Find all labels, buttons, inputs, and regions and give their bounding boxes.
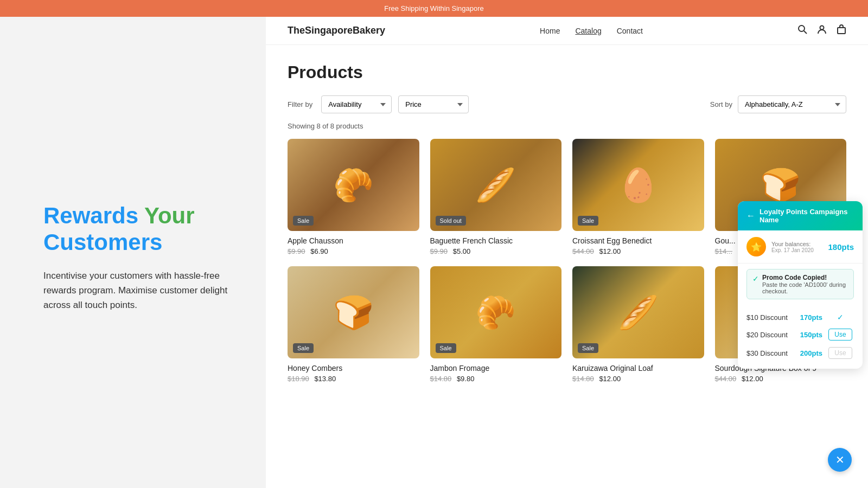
- honey-badge: Sale: [293, 343, 314, 353]
- jambon-price: $14.80 $9.80: [430, 375, 562, 383]
- product-honey[interactable]: 🍞 Sale Honey Combers $18.90 $13.80: [288, 266, 419, 383]
- discount-10-name: $10 Discount: [746, 313, 800, 322]
- cart-icon[interactable]: [837, 24, 846, 37]
- gou-original-price: $14...: [715, 247, 733, 255]
- product-image-croissant: 🥚 Sale: [572, 139, 704, 231]
- promo-text: Promo Code Copied! Paste the code 'AD100…: [762, 274, 848, 294]
- heading-rewards: Rewards: [43, 203, 144, 228]
- balance-info: Your balances: Exp. 17 Jan 2020: [771, 241, 822, 253]
- apple-original-price: $9.90: [288, 247, 305, 255]
- product-image-apple: 🥐 Sale: [288, 139, 419, 231]
- availability-filter[interactable]: Availability: [321, 95, 392, 113]
- jambon-name: Jambon Fromage: [430, 364, 562, 373]
- filter-left: Filter by Availability Price: [288, 95, 469, 113]
- discount-row-30: $30 Discount 200pts Use: [746, 344, 854, 362]
- loyalty-widget: ← Loyalty Points Campaigns Name ⭐ Your b…: [738, 201, 863, 369]
- svg-line-1: [804, 31, 807, 34]
- check-icon-10: ✓: [837, 313, 844, 322]
- promo-title: Promo Code Copied!: [762, 274, 848, 281]
- filter-label: Filter by: [288, 100, 312, 108]
- discount-20-action: Use: [827, 329, 854, 341]
- showing-text: Showing 8 of 8 products: [288, 122, 846, 130]
- honey-original-price: $18.90: [288, 375, 309, 383]
- baguette-sale-price: $5.00: [453, 247, 471, 255]
- discount-30-action: Use: [827, 347, 854, 359]
- left-sidebar: Rewards Your Customers Incentivise your …: [0, 17, 266, 488]
- product-apple-chausson[interactable]: 🥐 Sale Apple Chausson $9.90 $6.90: [288, 139, 419, 255]
- kara-price: $14.80 $12.00: [572, 375, 704, 383]
- search-icon[interactable]: [797, 24, 807, 37]
- jambon-original-price: $14.80: [430, 375, 452, 383]
- croissant-badge: Sale: [578, 216, 598, 226]
- svg-point-2: [820, 26, 824, 30]
- apple-badge: Sale: [293, 216, 314, 226]
- sort-right: Sort by Alphabetically, A-Z: [710, 95, 846, 113]
- nav-links: Home Catalog Contact: [540, 27, 643, 35]
- account-icon[interactable]: [817, 24, 827, 37]
- use-button-20[interactable]: Use: [828, 329, 852, 341]
- honey-sale-price: $13.80: [314, 375, 336, 383]
- apple-price: $9.90 $6.90: [288, 247, 419, 255]
- sidebar-description: Incentivise your customers with hassle-f…: [43, 268, 233, 313]
- float-close-button[interactable]: ✕: [828, 448, 852, 472]
- product-croissant[interactable]: 🥚 Sale Croissant Egg Benedict $44.00 $12…: [572, 139, 704, 255]
- loyalty-header: ← Loyalty Points Campaigns Name: [738, 201, 863, 230]
- product-image-jambon: 🥐 Sale: [430, 266, 562, 358]
- baguette-badge: Sold out: [436, 216, 466, 226]
- nav-home[interactable]: Home: [540, 27, 560, 35]
- product-image-kara: 🥖 Sale: [572, 266, 704, 358]
- announcement-text: Free Shipping Within Singapore: [384, 4, 484, 12]
- kara-original-price: $14.80: [572, 375, 594, 383]
- discount-list: $10 Discount 170pts ✓ $20 Discount 150pt…: [738, 305, 863, 369]
- sort-label: Sort by: [710, 100, 732, 108]
- price-filter[interactable]: Price: [398, 95, 469, 113]
- heading-your: Your: [144, 203, 195, 228]
- discount-30-pts: 200pts: [800, 349, 822, 357]
- product-jambon[interactable]: 🥐 Sale Jambon Fromage $14.80 $9.80: [430, 266, 562, 383]
- baguette-price: $9.90 $5.00: [430, 247, 562, 255]
- navbar: TheSingaporeBakery Home Catalog Contact: [266, 17, 868, 45]
- kara-badge: Sale: [578, 343, 598, 353]
- discount-10-action: ✓: [827, 312, 854, 322]
- nav-icons: [797, 24, 846, 37]
- croissant-price: $44.00 $12.00: [572, 247, 704, 255]
- apple-sale-price: $6.90: [310, 247, 328, 255]
- balance-exp: Exp. 17 Jan 2020: [771, 247, 822, 253]
- discount-20-name: $20 Discount: [746, 331, 800, 339]
- promo-check-icon: ✓: [752, 274, 759, 283]
- promo-subtitle: Paste the code 'AD1000' during checkout.: [762, 281, 848, 294]
- use-button-30-disabled: Use: [828, 347, 852, 359]
- croissant-original-price: $44.00: [572, 247, 594, 255]
- announcement-bar: Free Shipping Within Singapore: [0, 0, 868, 17]
- svg-point-0: [799, 25, 805, 31]
- balance-points: 180pts: [828, 242, 854, 252]
- honey-price: $18.90 $13.80: [288, 375, 419, 383]
- discount-30-name: $30 Discount: [746, 349, 800, 357]
- discount-row-10: $10 Discount 170pts ✓: [746, 309, 854, 325]
- product-kara[interactable]: 🥖 Sale Karuizawa Original Loaf $14.80 $1…: [572, 266, 704, 383]
- sidebar-heading: Rewards Your Customers: [43, 203, 233, 255]
- content-area: TheSingaporeBakery Home Catalog Contact: [266, 17, 868, 488]
- discount-row-20: $20 Discount 150pts Use: [746, 325, 854, 344]
- balance-label: Your balances:: [771, 241, 822, 247]
- close-icon: ✕: [835, 453, 845, 466]
- nav-contact[interactable]: Contact: [617, 27, 643, 35]
- products-title: Products: [288, 62, 846, 82]
- sort-select[interactable]: Alphabetically, A-Z: [738, 95, 846, 113]
- jambon-badge: Sale: [436, 343, 456, 353]
- product-image-baguette: 🥖 Sold out: [430, 139, 562, 231]
- croissant-sale-price: $12.00: [599, 247, 621, 255]
- filters-row: Filter by Availability Price Sort by Alp…: [288, 95, 846, 113]
- loyalty-back-button[interactable]: ←: [746, 211, 755, 221]
- discount-10-pts: 170pts: [800, 313, 822, 322]
- sourdough-sale-price: $12.00: [742, 375, 763, 383]
- sourdough-price: $44.00 $12.00: [715, 375, 847, 383]
- baguette-original-price: $9.90: [430, 247, 448, 255]
- heading-customers: Customers: [43, 229, 162, 255]
- product-baguette[interactable]: 🥖 Sold out Baguette French Classic $9.90…: [430, 139, 562, 255]
- loyalty-balance: ⭐ Your balances: Exp. 17 Jan 2020 180pts: [738, 230, 863, 264]
- jambon-sale-price: $9.80: [457, 375, 475, 383]
- promo-copied-banner: ✓ Promo Code Copied! Paste the code 'AD1…: [746, 269, 854, 299]
- svg-rect-3: [838, 28, 845, 34]
- nav-catalog[interactable]: Catalog: [575, 27, 601, 35]
